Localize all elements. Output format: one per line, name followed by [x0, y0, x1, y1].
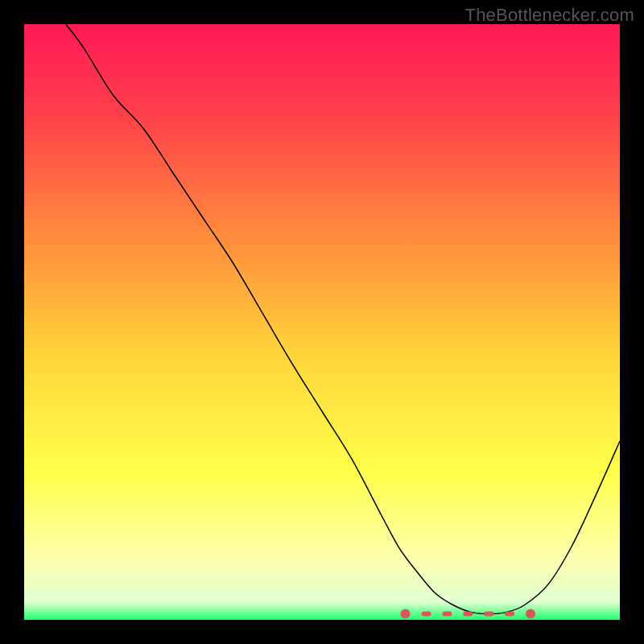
svg-point-0 [401, 609, 411, 619]
svg-rect-2 [422, 612, 431, 617]
svg-rect-5 [484, 612, 493, 617]
svg-rect-6 [505, 612, 514, 617]
plot-area [24, 24, 620, 620]
svg-point-1 [526, 609, 535, 619]
chart-svg [24, 24, 620, 620]
watermark-text: TheBottlenecker.com [465, 5, 634, 26]
chart-frame: TheBottlenecker.com [0, 0, 644, 644]
svg-rect-4 [463, 612, 473, 617]
chart-background [24, 24, 620, 620]
svg-rect-3 [442, 612, 452, 617]
